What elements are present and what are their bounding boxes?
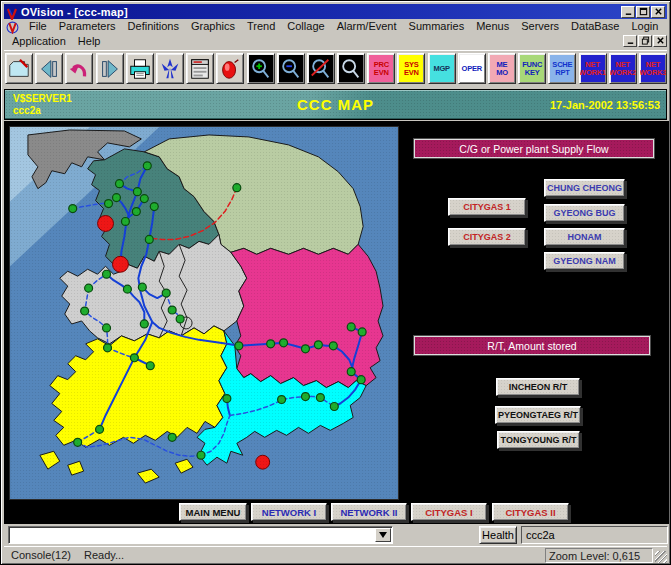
toolbar-prc-evn-button[interactable]: PRCEVN: [367, 53, 395, 84]
station-node[interactable]: [301, 345, 309, 353]
toolbar-back-icon[interactable]: [35, 53, 63, 84]
station-node[interactable]: [168, 306, 176, 314]
health-button[interactable]: Health: [479, 526, 517, 544]
station-node[interactable]: [140, 320, 148, 328]
close-button[interactable]: [651, 6, 665, 18]
incheon-r-t-button[interactable]: INCHEON R/T: [496, 378, 580, 396]
citygas-2-button[interactable]: CITYGAS 2: [448, 228, 526, 246]
station-node[interactable]: [96, 425, 104, 433]
menu-page[interactable]: Page: [664, 20, 671, 32]
station-node[interactable]: [347, 323, 355, 331]
alarm-marker[interactable]: [256, 455, 270, 469]
station-node[interactable]: [105, 200, 113, 208]
toolbar-network1-button[interactable]: NETWORK1: [579, 53, 607, 84]
station-node[interactable]: [316, 394, 324, 402]
menu-parameters[interactable]: Parameters: [53, 20, 122, 32]
station-node[interactable]: [103, 270, 111, 278]
station-node[interactable]: [357, 376, 365, 384]
toolbar-open-drawing-icon[interactable]: [5, 53, 33, 84]
alarm-marker[interactable]: [112, 256, 128, 272]
region-gyeongbuk-pink[interactable]: [231, 244, 383, 387]
toolbar-find-icon[interactable]: [337, 53, 365, 84]
menu-menus[interactable]: Menus: [470, 20, 515, 32]
menu-summaries[interactable]: Summaries: [403, 20, 471, 32]
menu-help[interactable]: Help: [72, 35, 107, 47]
menu-alarm-event[interactable]: Alarm/Event: [331, 20, 403, 32]
toolbar-sche-rpt-button[interactable]: SCHERPT: [548, 53, 576, 84]
station-node[interactable]: [314, 341, 322, 349]
station-node[interactable]: [347, 368, 355, 376]
minimize-button[interactable]: [621, 6, 635, 18]
menu-trend[interactable]: Trend: [241, 20, 281, 32]
toolbar-sys-evn-button[interactable]: SYSEVN: [397, 53, 425, 84]
tab-citygas-i[interactable]: CITYGAS I: [411, 503, 487, 521]
station-node[interactable]: [329, 342, 337, 350]
alarm-marker[interactable]: [98, 216, 114, 232]
station-node[interactable]: [162, 289, 170, 297]
toolbar-zoom-out-icon[interactable]: [277, 53, 305, 84]
toolbar-network2-button[interactable]: NETWORK2: [609, 53, 637, 84]
toolbar-window-list-icon[interactable]: [186, 53, 214, 84]
station-node[interactable]: [143, 162, 151, 170]
chung-cheong-button[interactable]: CHUNG CHEONG: [544, 179, 625, 197]
station-node[interactable]: [140, 195, 148, 203]
station-node[interactable]: [123, 285, 131, 293]
menu-app-icon[interactable]: [6, 20, 19, 32]
station-node[interactable]: [85, 284, 93, 292]
menu-application[interactable]: Application: [6, 35, 72, 47]
toolbar-alarm-balloon-icon[interactable]: [216, 53, 244, 84]
station-node[interactable]: [115, 180, 123, 188]
pyeongtaeg-r-t-button[interactable]: PYEONGTAEG R/T: [495, 406, 581, 424]
resize-grip[interactable]: [655, 551, 667, 563]
citygas-1-button[interactable]: CITYGAS 1: [448, 198, 526, 216]
station-node[interactable]: [112, 194, 120, 202]
tab-main-menu[interactable]: MAIN MENU: [179, 503, 247, 521]
tongyoung-r-t-button[interactable]: TONGYOUNG R/T: [497, 431, 580, 449]
station-node[interactable]: [130, 354, 138, 362]
station-node[interactable]: [223, 395, 231, 403]
station-node[interactable]: [69, 205, 77, 213]
station-node[interactable]: [133, 188, 141, 196]
mdi-minimize-button[interactable]: [623, 35, 637, 47]
honam-button[interactable]: HONAM: [544, 228, 625, 246]
toolbar-zoom-cancel-icon[interactable]: [307, 53, 335, 84]
gyeong-nam-button[interactable]: GYEONG NAM: [544, 252, 625, 270]
mdi-restore-button[interactable]: [638, 35, 652, 47]
toolbar-mgp-button[interactable]: MGP: [428, 53, 456, 84]
toolbar-undo-icon[interactable]: [65, 53, 93, 84]
station-node[interactable]: [197, 451, 205, 459]
menu-servers[interactable]: Servers: [515, 20, 565, 32]
tab-citygas-ii[interactable]: CITYGAS II: [492, 503, 569, 521]
station-node[interactable]: [176, 315, 184, 323]
station-node[interactable]: [145, 235, 153, 243]
tab-network-ii[interactable]: NETWORK II: [331, 503, 407, 521]
toolbar-memo-button[interactable]: MEMO: [488, 53, 516, 84]
mdi-close-button[interactable]: [653, 35, 667, 47]
menu-definitions[interactable]: Definitions: [122, 20, 185, 32]
gyeong-bug-button[interactable]: GYEONG BUG: [544, 204, 625, 222]
station-node[interactable]: [278, 396, 286, 404]
toolbar-zoom-in-icon[interactable]: [247, 53, 275, 84]
message-combobox[interactable]: [8, 526, 393, 544]
station-node[interactable]: [146, 362, 154, 370]
station-node[interactable]: [358, 328, 366, 336]
station-node[interactable]: [104, 344, 112, 352]
station-node[interactable]: [267, 340, 275, 348]
toolbar-print-icon[interactable]: [126, 53, 154, 84]
toolbar-oper-button[interactable]: OPER: [458, 53, 486, 84]
tab-network-i[interactable]: NETWORK I: [251, 503, 327, 521]
station-node[interactable]: [168, 433, 176, 441]
station-node[interactable]: [103, 324, 111, 332]
station-node[interactable]: [233, 184, 241, 192]
menu-collage[interactable]: Collage: [281, 20, 330, 32]
menu-graphics[interactable]: Graphics: [185, 20, 241, 32]
toolbar-func-key-button[interactable]: FUNCKEY: [518, 53, 546, 84]
station-node[interactable]: [301, 393, 309, 401]
menu-login[interactable]: Login: [625, 20, 664, 32]
station-node[interactable]: [132, 208, 140, 216]
menu-database[interactable]: DataBase: [565, 20, 625, 32]
station-node[interactable]: [138, 283, 146, 291]
station-node[interactable]: [235, 342, 243, 350]
toolbar-forward-icon[interactable]: [96, 53, 124, 84]
station-node[interactable]: [150, 203, 158, 211]
